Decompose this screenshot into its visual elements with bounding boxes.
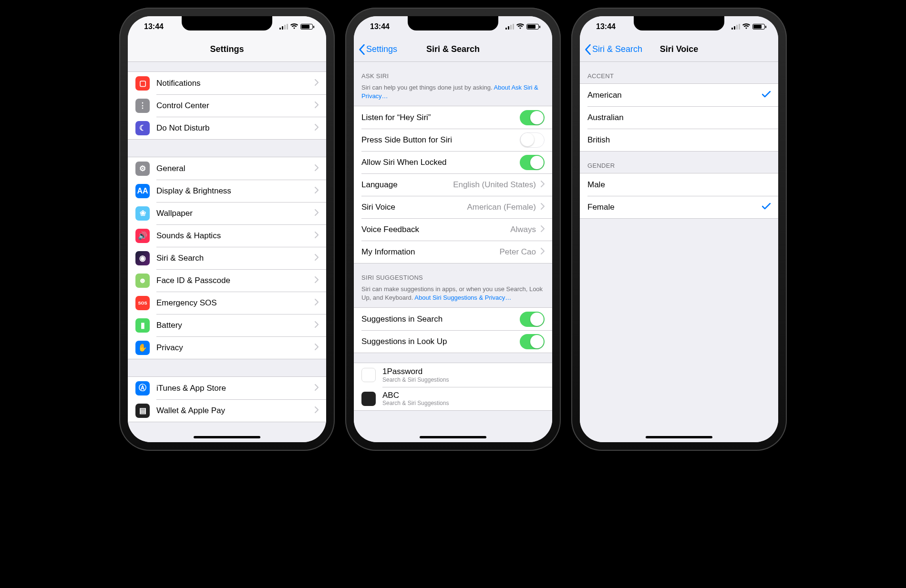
app-row-abc[interactable]: ABCSearch & Siri Suggestions bbox=[354, 387, 552, 411]
1password-app-icon bbox=[361, 368, 376, 382]
row-label: Wallet & Apple Pay bbox=[156, 406, 225, 416]
accent-option-australian[interactable]: Australian bbox=[580, 106, 778, 129]
toggle-suggestions-lookup[interactable] bbox=[520, 334, 545, 349]
wallpaper-icon: ❀ bbox=[135, 206, 150, 221]
row-control-center[interactable]: ⋮Control Center bbox=[128, 94, 326, 117]
status-time: 13:44 bbox=[596, 22, 616, 31]
face-id-passcode-icon: ☻ bbox=[135, 274, 150, 288]
row-emergency-sos[interactable]: SOSEmergency SOS bbox=[128, 292, 326, 314]
chevron-right-icon bbox=[541, 225, 545, 234]
option-label: Female bbox=[587, 203, 615, 212]
chevron-right-icon bbox=[315, 254, 319, 263]
display-brightness-icon: AA bbox=[135, 184, 150, 198]
accent-option-british[interactable]: British bbox=[580, 129, 778, 151]
battery-icon bbox=[300, 24, 313, 30]
section-header-gender: GENDER bbox=[580, 152, 778, 173]
gender-option-female[interactable]: Female bbox=[580, 196, 778, 218]
checkmark-icon bbox=[762, 91, 771, 100]
row-my-information[interactable]: My Information Peter Cao bbox=[354, 241, 552, 263]
siri-suggestions-privacy-link[interactable]: About Siri Suggestions & Privacy… bbox=[414, 294, 511, 301]
navbar: Siri & Search Siri Voice bbox=[580, 37, 778, 62]
itunes-app-store-icon: Ⓐ bbox=[135, 381, 150, 395]
row-label: Do Not Disturb bbox=[156, 123, 209, 133]
row-label: Battery bbox=[156, 321, 182, 330]
gender-option-male[interactable]: Male bbox=[580, 173, 778, 196]
chevron-right-icon bbox=[315, 187, 319, 195]
chevron-right-icon bbox=[315, 164, 319, 173]
row-press-side-button[interactable]: Press Side Button for Siri bbox=[354, 129, 552, 151]
row-siri-voice[interactable]: Siri Voice American (Female) bbox=[354, 196, 552, 218]
row-listen-hey-siri[interactable]: Listen for “Hey Siri” bbox=[354, 106, 552, 129]
option-label: American bbox=[587, 91, 622, 100]
row-general[interactable]: ⚙General bbox=[128, 157, 326, 180]
row-label: Control Center bbox=[156, 101, 209, 111]
row-label: Sounds & Haptics bbox=[156, 231, 221, 241]
row-language[interactable]: Language English (United States) bbox=[354, 173, 552, 196]
row-allow-siri-locked[interactable]: Allow Siri When Locked bbox=[354, 151, 552, 173]
signal-icon bbox=[731, 24, 740, 30]
wifi-icon bbox=[290, 22, 298, 31]
chevron-right-icon bbox=[315, 209, 319, 218]
row-notifications[interactable]: ▢Notifications bbox=[128, 72, 326, 94]
chevron-right-icon bbox=[541, 203, 545, 212]
chevron-right-icon bbox=[315, 276, 319, 285]
chevron-right-icon bbox=[315, 101, 319, 110]
chevron-right-icon bbox=[315, 321, 319, 330]
privacy-icon: ✋ bbox=[135, 341, 150, 355]
toggle-press-side-button[interactable] bbox=[520, 132, 545, 148]
page-title: Siri Voice bbox=[660, 44, 699, 54]
row-suggestions-lookup[interactable]: Suggestions in Look Up bbox=[354, 330, 552, 353]
toggle-allow-siri-locked[interactable] bbox=[520, 155, 545, 170]
control-center-icon: ⋮ bbox=[135, 99, 150, 113]
sounds-haptics-icon: 🔊 bbox=[135, 229, 150, 243]
row-voice-feedback[interactable]: Voice Feedback Always bbox=[354, 218, 552, 241]
row-itunes-app-store[interactable]: ⒶiTunes & App Store bbox=[128, 377, 326, 399]
chevron-right-icon bbox=[315, 406, 319, 415]
option-label: Australian bbox=[587, 113, 624, 122]
status-time: 13:44 bbox=[370, 22, 390, 31]
signal-icon bbox=[505, 24, 514, 30]
section-footer-siri-suggestions: Siri can make suggestions in apps, or wh… bbox=[354, 285, 552, 307]
back-label: Settings bbox=[366, 44, 397, 54]
accent-option-american[interactable]: American bbox=[580, 84, 778, 106]
row-wallet-apple-pay[interactable]: ▤Wallet & Apple Pay bbox=[128, 399, 326, 422]
page-title: Siri & Search bbox=[426, 44, 480, 54]
chevron-right-icon bbox=[315, 79, 319, 88]
row-label: iTunes & App Store bbox=[156, 384, 226, 393]
row-do-not-disturb[interactable]: ☾Do Not Disturb bbox=[128, 117, 326, 139]
row-privacy[interactable]: ✋Privacy bbox=[128, 336, 326, 359]
chevron-right-icon bbox=[315, 299, 319, 307]
row-wallpaper[interactable]: ❀Wallpaper bbox=[128, 202, 326, 224]
signal-icon bbox=[279, 24, 288, 30]
chevron-right-icon bbox=[541, 248, 545, 256]
notifications-icon: ▢ bbox=[135, 76, 150, 91]
row-suggestions-search[interactable]: Suggestions in Search bbox=[354, 308, 552, 330]
siri-search-icon: ◉ bbox=[135, 251, 150, 265]
row-display-brightness[interactable]: AADisplay & Brightness bbox=[128, 180, 326, 202]
row-siri-search[interactable]: ◉Siri & Search bbox=[128, 247, 326, 269]
home-indicator[interactable] bbox=[194, 436, 260, 438]
notch bbox=[182, 16, 272, 30]
app-row-1password[interactable]: 1PasswordSearch & Siri Suggestions bbox=[354, 363, 552, 387]
toggle-suggestions-search[interactable] bbox=[520, 312, 545, 327]
app-name: ABC bbox=[382, 391, 449, 400]
back-label: Siri & Search bbox=[592, 44, 642, 54]
section-header-siri-suggestions: SIRI SUGGESTIONS bbox=[354, 264, 552, 285]
row-sounds-haptics[interactable]: 🔊Sounds & Haptics bbox=[128, 224, 326, 247]
toggle-listen-hey-siri[interactable] bbox=[520, 110, 545, 125]
home-indicator[interactable] bbox=[420, 436, 486, 438]
wifi-icon bbox=[742, 22, 750, 31]
back-button[interactable]: Siri & Search bbox=[585, 37, 642, 61]
row-label: Notifications bbox=[156, 79, 201, 88]
back-button[interactable]: Settings bbox=[359, 37, 397, 61]
status-time: 13:44 bbox=[144, 22, 164, 31]
home-indicator[interactable] bbox=[646, 436, 712, 438]
row-face-id-passcode[interactable]: ☻Face ID & Passcode bbox=[128, 269, 326, 292]
chevron-right-icon bbox=[315, 344, 319, 352]
row-label: Face ID & Passcode bbox=[156, 276, 230, 285]
row-label: Display & Brightness bbox=[156, 186, 231, 196]
row-battery[interactable]: ▮Battery bbox=[128, 314, 326, 336]
row-label: Siri & Search bbox=[156, 253, 204, 263]
chevron-right-icon bbox=[541, 181, 545, 189]
row-label: Emergency SOS bbox=[156, 298, 217, 308]
